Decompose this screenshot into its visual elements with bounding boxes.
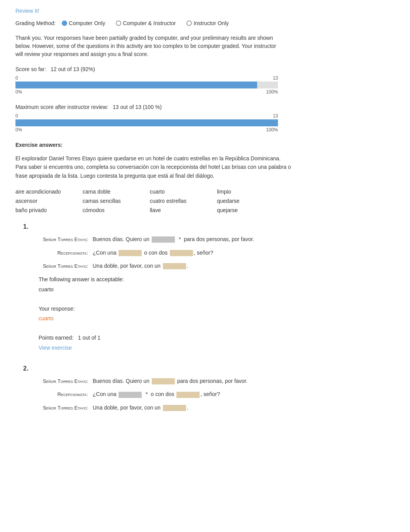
exercise-answers-title: Exercise answers: <box>15 142 395 148</box>
q1-text-2: ¿Con una o con dos , señor? <box>93 248 395 257</box>
review-link[interactable]: Review It! <box>15 8 39 14</box>
radio-computer-only[interactable]: Computer Only <box>62 20 105 26</box>
exercise-intro: El explorador Daniel Torres Etayo quiere… <box>15 154 293 180</box>
score-so-far-label: Score so far: 12 out of 13 (92%) <box>15 66 395 72</box>
max-score-number-labels: 0 13 <box>15 113 278 119</box>
question-2: 2. Señor Torres Etayo: Buenos días. Quie… <box>15 365 395 412</box>
max-score-percent-labels: 0% 100% <box>15 127 278 133</box>
grading-method-label: Grading Method: <box>15 20 56 26</box>
q1-acceptable-label: The following answer is acceptable: cuar… <box>39 275 395 294</box>
max-score-percent-min: 0% <box>15 127 22 133</box>
q1-speaker-1: Señor Torres Etayo: <box>15 236 93 242</box>
question-1-number: 1. <box>23 223 395 230</box>
q1-your-response-value: cuarto <box>39 315 54 321</box>
max-score-percent-max: 100% <box>266 127 278 133</box>
q1-blank-2a <box>119 250 142 256</box>
info-text: Thank you. Your responses have been part… <box>15 34 278 58</box>
radio-circle-instructor-only <box>186 20 192 26</box>
q2-dialogue-row-3: Señor Torres Etayo: Una doble, por favor… <box>15 403 395 412</box>
radio-computer-instructor[interactable]: Computer & Instructor <box>116 20 176 26</box>
q2-speaker-2: Recepcionista: <box>15 391 93 397</box>
max-score-max: 13 <box>273 113 278 119</box>
word-6: cuatro estrellas <box>150 197 211 205</box>
grading-method-section: Grading Method: Computer Only Computer &… <box>15 20 395 26</box>
max-score-value: 13 out of 13 (100 %) <box>113 104 162 110</box>
radio-circle-computer-instructor <box>116 20 121 26</box>
q1-dialogue-row-2: Recepcionista: ¿Con una o con dos , seño… <box>15 248 395 257</box>
q1-your-response-label: Your response: cuarto <box>39 304 395 323</box>
q2-speaker-1: Señor Torres Etayo: <box>15 378 93 384</box>
max-score-progress-fill <box>15 119 278 126</box>
word-8: baño privado <box>15 206 76 214</box>
radio-circle-computer-only <box>62 20 67 26</box>
score-so-far-value: 12 out of 13 (92%) <box>51 66 95 72</box>
score-so-far-section: Score so far: 12 out of 13 (92%) 0 13 0%… <box>15 66 395 95</box>
score-percent-max: 100% <box>266 89 278 95</box>
word-4: ascensor <box>15 197 76 205</box>
q2-blank-1 <box>152 378 175 384</box>
score-progress-track <box>15 82 278 88</box>
word-0: aire acondicionado <box>15 188 76 195</box>
radio-label-computer-only: Computer Only <box>69 20 105 26</box>
q1-blank-2b <box>170 250 193 256</box>
q1-speaker-2: Recepcionista: <box>15 250 93 256</box>
q1-acceptable-value: cuarto <box>39 286 54 292</box>
q2-speaker-3: Señor Torres Etayo: <box>15 405 93 411</box>
radio-label-instructor-only: Instructor Only <box>193 20 229 26</box>
word-3: limpio <box>217 188 278 195</box>
score-max: 13 <box>273 75 278 81</box>
max-score-progress-track <box>15 119 278 126</box>
word-10: llave <box>150 206 211 214</box>
q2-blank-2a <box>119 392 142 398</box>
q1-speaker-3: Señor Torres Etayo: <box>15 263 93 269</box>
q2-dialogue-row-2: Recepcionista: ¿Con una * o con dos , se… <box>15 390 395 398</box>
q2-text-2: ¿Con una * o con dos , señor? <box>93 390 395 398</box>
q2-text-3: Una doble, por favor, con un . <box>93 403 395 412</box>
word-2: cuarto <box>150 188 211 195</box>
q1-points: Points earned: 1 out of 1 <box>39 333 395 343</box>
q1-points-value: 1 out of 1 <box>78 335 100 341</box>
q1-blank-3 <box>163 263 186 269</box>
q1-blank-1 <box>152 236 175 243</box>
word-9: cómodos <box>83 206 144 214</box>
max-score-min: 0 <box>15 113 18 119</box>
q1-feedback: The following answer is acceptable: cuar… <box>39 275 395 353</box>
q2-text-1: Buenos días. Quiero un para dos personas… <box>93 377 395 385</box>
q1-dialogue-row-1: Señor Torres Etayo: Buenos días. Quiero … <box>15 235 395 243</box>
score-progress-fill <box>15 82 257 88</box>
q2-blank-2b <box>176 392 200 398</box>
score-number-labels: 0 13 <box>15 75 278 81</box>
word-7: quedarse <box>217 197 278 205</box>
q1-view-exercise-link[interactable]: View exercise <box>39 343 72 353</box>
word-1: cama doble <box>83 188 144 195</box>
question-2-number: 2. <box>23 365 395 372</box>
question-1: 1. Señor Torres Etayo: Buenos días. Quie… <box>15 223 395 353</box>
q1-dialogue-row-3: Señor Torres Etayo: Una doble, por favor… <box>15 262 395 270</box>
word-11: quejarse <box>217 206 278 214</box>
word-list: aire acondicionado cama doble cuarto lim… <box>15 188 278 214</box>
max-score-section: Maximum score after instructor review: 1… <box>15 104 395 133</box>
radio-instructor-only[interactable]: Instructor Only <box>186 20 229 26</box>
score-min: 0 <box>15 75 18 81</box>
radio-label-computer-instructor: Computer & Instructor <box>123 20 176 26</box>
q1-text-1: Buenos días. Quiero un * para dos person… <box>93 235 395 243</box>
max-score-label: Maximum score after instructor review: 1… <box>15 104 395 110</box>
q1-text-3: Una doble, por favor, con un . <box>93 262 395 270</box>
word-5: camas sencillas <box>83 197 144 205</box>
score-percent-labels: 0% 100% <box>15 89 278 95</box>
q2-dialogue-row-1: Señor Torres Etayo: Buenos días. Quiero … <box>15 377 395 385</box>
score-percent-min: 0% <box>15 89 22 95</box>
q2-blank-3 <box>163 405 186 411</box>
